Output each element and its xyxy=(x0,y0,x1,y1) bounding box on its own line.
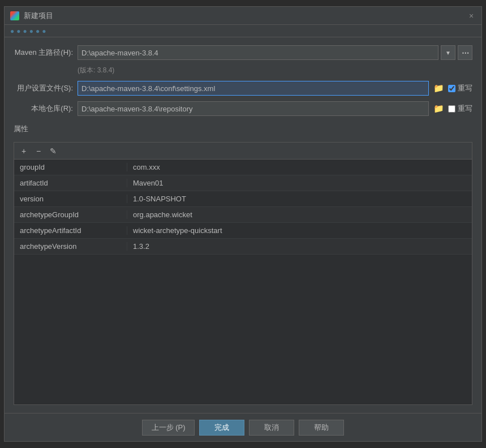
properties-table: groupIdcom.xxxartifactIdMaven01version1.… xyxy=(14,160,472,404)
dialog: 新建项目 × ●●●●●● Maven 主路径(H): ▼ ⋯ (版本: 3.8… xyxy=(4,6,482,442)
table-row[interactable]: archetypeGroupIdorg.apache.wicket xyxy=(14,207,472,223)
dialog-title: 新建项目 xyxy=(24,11,53,21)
settings-file-label: 用户设置文件(S): xyxy=(14,83,73,93)
settings-file-folder-btn[interactable]: 📁 xyxy=(431,81,446,96)
maven-home-input-wrap: ▼ ⋯ xyxy=(78,45,472,60)
dialog-footer: 上一步 (P) 完成 取消 帮助 xyxy=(5,413,481,441)
property-value: wicket-archetype-quickstart xyxy=(127,226,472,235)
close-button[interactable]: × xyxy=(467,11,476,20)
table-row[interactable]: archetypeVersion1.3.2 xyxy=(14,239,472,255)
property-key: archetypeGroupId xyxy=(14,210,127,219)
local-repo-folder-btn[interactable]: 📁 xyxy=(431,101,446,116)
top-nav-text: ●●●●●● xyxy=(10,27,49,35)
property-key: artifactId xyxy=(14,179,127,187)
property-value: com.xxx xyxy=(127,163,472,171)
table-row[interactable]: archetypeArtifactIdwicket-archetype-quic… xyxy=(14,223,472,239)
settings-overwrite-group: 重写 xyxy=(448,83,472,93)
table-row[interactable]: version1.0-SNAPSHOT xyxy=(14,191,472,207)
property-value: Maven01 xyxy=(127,179,472,187)
cancel-button[interactable]: 取消 xyxy=(249,420,294,436)
property-value: org.apache.wicket xyxy=(127,210,472,219)
local-repo-label: 本地仓库(R): xyxy=(14,104,73,114)
property-value: 1.3.2 xyxy=(127,242,472,251)
property-key: archetypeVersion xyxy=(14,242,127,251)
table-row[interactable]: groupIdcom.xxx xyxy=(14,160,472,175)
app-icon xyxy=(10,11,19,20)
maven-home-row: Maven 主路径(H): ▼ ⋯ xyxy=(14,45,472,60)
property-value: 1.0-SNAPSHOT xyxy=(127,195,472,203)
repo-overwrite-label: 重写 xyxy=(458,104,472,114)
content-area: Maven 主路径(H): ▼ ⋯ (版本: 3.8.4) 用户设置文件(S):… xyxy=(5,37,481,413)
title-bar: 新建项目 × xyxy=(5,7,481,25)
properties-toolbar: + − ✎ xyxy=(14,143,472,160)
help-button[interactable]: 帮助 xyxy=(299,420,344,436)
property-key: groupId xyxy=(14,163,127,171)
maven-version-hint: (版本: 3.8.4) xyxy=(78,66,472,75)
settings-overwrite-checkbox[interactable] xyxy=(448,85,455,92)
settings-overwrite-label: 重写 xyxy=(458,83,472,93)
property-key: version xyxy=(14,195,127,203)
top-nav: ●●●●●● xyxy=(5,25,481,37)
local-repo-input[interactable] xyxy=(78,101,429,116)
repo-overwrite-checkbox[interactable] xyxy=(448,105,455,113)
local-repo-input-wrap: 📁 重写 xyxy=(78,101,472,116)
edit-property-button[interactable]: ✎ xyxy=(47,145,59,157)
maven-home-label: Maven 主路径(H): xyxy=(14,48,73,58)
settings-file-row: 用户设置文件(S): 📁 重写 xyxy=(14,81,472,96)
add-property-button[interactable]: + xyxy=(18,145,30,157)
settings-file-input[interactable] xyxy=(78,81,429,96)
maven-home-dots-btn[interactable]: ⋯ xyxy=(458,45,472,60)
remove-property-button[interactable]: − xyxy=(32,145,45,157)
maven-home-dropdown-btn[interactable]: ▼ xyxy=(441,45,455,60)
properties-container: + − ✎ groupIdcom.xxxartifactIdMaven01ver… xyxy=(14,142,472,405)
table-row[interactable]: artifactIdMaven01 xyxy=(14,175,472,191)
finish-button[interactable]: 完成 xyxy=(199,420,244,436)
local-repo-row: 本地仓库(R): 📁 重写 xyxy=(14,101,472,116)
properties-section-label: 属性 xyxy=(14,124,472,134)
settings-file-input-wrap: 📁 重写 xyxy=(78,81,472,96)
property-key: archetypeArtifactId xyxy=(14,226,127,235)
repo-overwrite-group: 重写 xyxy=(448,104,472,114)
maven-home-input[interactable] xyxy=(78,45,438,60)
prev-button[interactable]: 上一步 (P) xyxy=(142,420,195,436)
